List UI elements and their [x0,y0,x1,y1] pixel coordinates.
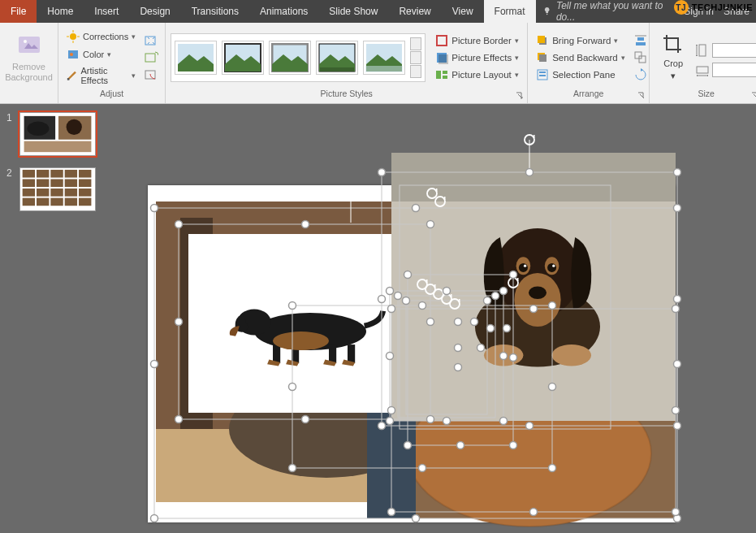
picture-dachshund[interactable] [188,234,424,413]
svg-rect-36 [636,42,646,46]
compress-pictures-button[interactable] [144,33,158,48]
slide-canvas[interactable] [107,104,756,533]
svg-point-1 [24,40,27,43]
svg-rect-65 [23,198,35,206]
align-button[interactable] [633,33,648,48]
style-thumb[interactable] [316,41,358,75]
chevron-down-icon: ▾ [107,50,111,58]
svg-rect-58 [65,179,77,187]
tab-transitions[interactable]: Transitions [181,0,249,23]
tell-me-search[interactable]: Tell me what you want to do... [536,0,678,23]
tab-insert[interactable]: Insert [84,0,129,23]
dialog-launcher-icon[interactable] [516,92,524,100]
svg-rect-38 [639,56,646,63]
remove-background-button[interactable]: Remove Background [5,32,53,81]
svg-rect-18 [320,67,354,72]
group-arrange-label: Arrange [528,89,649,103]
style-thumb[interactable] [363,41,405,75]
ribbon: Remove Background Corrections ▾ Color ▾ [0,23,756,104]
picture-border-button[interactable]: Picture Border ▾ [432,32,522,49]
tab-design[interactable]: Design [129,0,180,23]
svg-rect-53 [65,170,77,178]
style-thumb[interactable] [222,41,264,75]
group-size: Crop ▾ Size [650,23,756,103]
svg-rect-69 [79,198,91,206]
svg-rect-55 [23,179,35,187]
svg-point-2 [70,33,76,40]
chevron-down-icon: ▾ [621,54,625,62]
reset-picture-button[interactable] [144,67,158,82]
svg-rect-64 [79,188,91,197]
svg-point-48 [67,119,82,135]
picture-layout-button[interactable]: Picture Layout ▾ [432,67,522,83]
svg-rect-28 [538,36,545,43]
picture-border-icon [435,34,448,47]
chevron-down-icon: ▾ [132,72,136,80]
tab-animations[interactable]: Animations [249,0,318,23]
svg-rect-50 [23,170,35,178]
artistic-effects-label: Artistic Effects [81,66,129,85]
watermark: TJ TECHJUNKIE [674,0,753,15]
color-button[interactable]: Color ▾ [63,46,139,63]
dialog-launcher-icon[interactable] [751,92,756,100]
artistic-effects-button[interactable]: Artistic Effects ▾ [63,64,139,87]
svg-rect-9 [67,78,70,80]
chevron-down-icon: ▾ [132,32,136,41]
svg-rect-63 [65,188,77,197]
style-thumb[interactable] [269,41,311,75]
svg-point-47 [27,122,49,136]
style-thumb[interactable] [175,41,217,75]
picture-effects-button[interactable]: Picture Effects ▾ [432,50,522,66]
svg-rect-61 [37,188,49,197]
slide-thumbnail[interactable]: 2 [6,167,101,211]
watermark-logo-icon: TJ [674,0,689,15]
dialog-launcher-icon[interactable] [637,92,646,100]
send-backward-button[interactable]: Send Backward ▾ [533,50,629,66]
svg-rect-25 [443,71,447,74]
group-background: Remove Background [0,23,58,103]
watermark-text: TECHJUNKIE [692,2,753,12]
tab-slideshow[interactable]: Slide Show [318,0,388,23]
height-input[interactable] [712,43,756,58]
svg-rect-24 [436,71,441,79]
selection-pane-button[interactable]: Selection Pane [533,67,629,83]
tab-home[interactable]: Home [37,0,84,23]
bring-forward-button[interactable]: Bring Forward ▾ [533,32,629,49]
svg-rect-51 [37,170,49,178]
group-adjust-label: Adjust [58,89,165,103]
tab-review[interactable]: Review [388,0,441,23]
svg-rect-20 [365,66,403,72]
send-backward-icon [536,51,549,64]
slide-preview [19,112,96,156]
group-size-label: Size [650,89,756,103]
svg-rect-66 [37,198,49,206]
crop-button[interactable]: Crop ▾ [654,33,692,81]
change-picture-button[interactable] [144,50,158,65]
picture-styles-gallery[interactable] [171,33,426,82]
chevron-down-icon: ▾ [614,37,618,45]
svg-rect-60 [23,188,35,197]
corrections-button[interactable]: Corrections ▾ [63,28,139,45]
lightbulb-icon [542,6,551,16]
crop-icon [662,33,685,56]
rotate-button[interactable] [633,67,648,82]
picture-effects-label: Picture Effects [451,53,512,63]
svg-rect-57 [50,179,63,187]
gallery-scroll[interactable] [410,37,421,78]
slide-thumbnail-panel: 1 2 [0,104,107,533]
group-objects-button[interactable] [633,50,648,65]
tab-file[interactable]: File [0,0,37,23]
chevron-down-icon: ▾ [671,71,676,81]
chevron-down-icon: ▾ [515,37,519,45]
tab-format[interactable]: Format [484,0,536,23]
width-input[interactable] [712,63,756,77]
tab-view[interactable]: View [442,0,484,23]
remove-background-icon [16,32,42,58]
height-input-row [695,43,756,58]
svg-rect-23 [438,54,448,64]
svg-rect-46 [24,141,92,152]
artistic-effects-icon [67,69,78,82]
slide-preview [19,167,96,211]
slide-thumbnail[interactable]: 1 [6,112,101,156]
svg-rect-101 [391,153,676,202]
